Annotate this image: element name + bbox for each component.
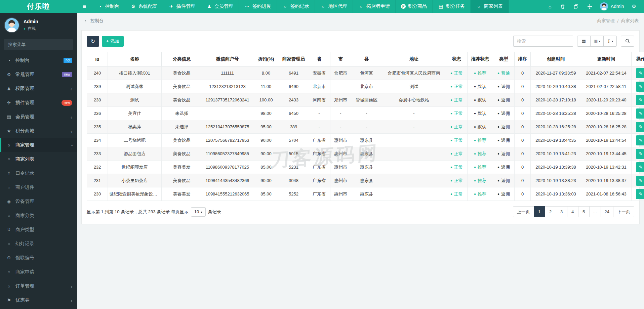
breadcrumb-crumb[interactable]: 商家列表 xyxy=(621,18,639,24)
edit-button[interactable]: ✎ xyxy=(636,189,644,199)
settings-gears-icon[interactable]: ⚙ xyxy=(628,0,641,13)
column-header[interactable]: 类型 xyxy=(493,52,515,67)
topnav-item[interactable]: ○拓店者申请 xyxy=(353,0,396,13)
topnav-item[interactable]: ○地区代理 xyxy=(315,0,353,13)
page-button[interactable]: 4 xyxy=(567,206,578,217)
sidebar-item[interactable]: ⚙常规管理new xyxy=(0,68,77,82)
sidebar-subitem[interactable]: ¥口令记录 xyxy=(0,166,77,180)
topbar-user[interactable]: Admin xyxy=(597,2,628,10)
column-header[interactable]: 地址 xyxy=(382,52,446,67)
column-header[interactable]: 名称 xyxy=(108,52,162,67)
edit-button[interactable]: ✎ xyxy=(636,162,644,172)
sidebar-subitem[interactable]: Θ银联编号 xyxy=(0,251,77,265)
edit-button[interactable]: ✎ xyxy=(636,149,644,159)
topnav-item[interactable]: ✈插件管理 xyxy=(163,0,201,13)
sidebar-subitem[interactable]: ○商家列表 xyxy=(0,152,77,166)
column-header[interactable]: 县 xyxy=(351,52,382,67)
lock-icon: Θ xyxy=(6,256,12,260)
sidebar-item[interactable]: ✈插件管理new xyxy=(0,96,77,110)
sidebar-item[interactable]: ○订单管理‹ xyxy=(0,279,77,293)
add-button[interactable]: +添加 xyxy=(102,36,124,47)
avatar[interactable] xyxy=(4,17,19,33)
table-row: 232世纪阁理发店美容美发11098600937817702585.005231… xyxy=(87,161,644,174)
edit-button[interactable]: ✎ xyxy=(636,108,644,119)
column-header[interactable]: 推荐状态 xyxy=(468,52,493,67)
fullscreen-icon[interactable] xyxy=(583,0,597,13)
cell-updated-at: 2020-11-20 20:23:40 xyxy=(581,93,632,107)
star-icon: ★ xyxy=(6,128,12,134)
topnav-item[interactable]: ◔控制台 xyxy=(92,0,125,13)
topnav-item[interactable]: •••签约进度 xyxy=(239,0,277,13)
cell-name: 美宜佳 xyxy=(108,107,162,120)
search-button[interactable] xyxy=(621,36,634,47)
edit-button[interactable]: ✎ xyxy=(636,176,644,186)
column-header[interactable]: 操作 xyxy=(632,52,644,67)
topnav-item[interactable]: ○签约记录 xyxy=(277,0,315,13)
docs-icon[interactable] xyxy=(569,0,583,13)
sidebar-subitem[interactable]: ◉设备管理 xyxy=(0,194,77,209)
topnav-item[interactable]: P积分商品 xyxy=(396,0,433,13)
sidebar-item[interactable]: ◔控制台hot xyxy=(0,53,77,68)
sidebar-subitem[interactable]: ○商户进件 xyxy=(0,180,77,194)
column-header[interactable]: Id xyxy=(87,52,108,67)
sidebar-subitem[interactable]: ○商家申请 xyxy=(0,265,77,279)
sidebar-item[interactable]: ⚑优惠券‹ xyxy=(0,293,77,307)
topnav-item[interactable]: ○商家列表 xyxy=(471,0,509,13)
column-header[interactable]: 分类信息 xyxy=(162,52,202,67)
cell-status: ●正常 xyxy=(446,147,468,161)
cell-city xyxy=(330,80,351,93)
edit-button[interactable]: ✎ xyxy=(636,135,644,145)
sidebar-item[interactable]: ★积分商城‹ xyxy=(0,124,77,138)
hamburger-menu-icon[interactable]: ≡ xyxy=(77,0,92,13)
sidebar-item[interactable]: ▤会员管理‹ xyxy=(0,110,77,124)
cell-id: 240 xyxy=(87,67,108,80)
column-header[interactable]: 市 xyxy=(330,52,351,67)
cell-status: ●正常 xyxy=(446,134,468,147)
columns-button[interactable]: ▥▾ xyxy=(590,36,604,47)
home-icon[interactable]: ⌂ xyxy=(544,0,556,13)
table-header-row: Id名称分类信息微信商户号折扣(%)商家管理员省市县地址状态推荐状态类型排序创建… xyxy=(87,52,644,67)
cell-created-at: 2020-10-19 13:39:38 xyxy=(531,161,581,174)
sidebar-subitem[interactable]: Ʋ商户类型 xyxy=(0,223,77,237)
page-button[interactable]: 1 xyxy=(534,206,545,217)
cell-sort: 0 xyxy=(515,174,531,187)
refresh-button[interactable]: ↻ xyxy=(87,36,99,47)
page-button[interactable]: 5 xyxy=(578,206,590,217)
column-header[interactable]: 创建时间 xyxy=(531,52,581,67)
column-header[interactable]: 微信商户号 xyxy=(202,52,253,67)
edit-button[interactable]: ✎ xyxy=(636,82,644,92)
sidebar-item[interactable]: ♟权限管理‹ xyxy=(0,82,77,96)
topnav-item[interactable]: ▤积分任务 xyxy=(433,0,471,13)
pencil-icon: ✎ xyxy=(639,178,643,183)
page-ellipsis[interactable]: ... xyxy=(589,206,601,217)
trash-icon[interactable] xyxy=(556,0,569,13)
column-header[interactable]: 排序 xyxy=(515,52,531,67)
edit-button[interactable]: ✎ xyxy=(636,122,644,132)
column-header[interactable]: 省 xyxy=(308,52,330,67)
edit-button[interactable]: ✎ xyxy=(636,68,644,78)
cell-category: 美容美发 xyxy=(162,161,202,174)
table-search-input[interactable] xyxy=(513,36,573,47)
prev-page-button[interactable]: 上一页 xyxy=(513,206,534,217)
next-page-button[interactable]: 下一页 xyxy=(613,206,634,217)
column-header[interactable]: 商家管理员 xyxy=(279,52,308,67)
topnav-item[interactable]: ♟会员管理 xyxy=(201,0,239,13)
cell-county: - xyxy=(351,107,382,120)
page-button[interactable]: 3 xyxy=(556,206,567,217)
cell-actions: ✎ xyxy=(632,107,644,120)
toggle-view-button[interactable]: ▦ xyxy=(577,36,591,47)
sidebar-item[interactable]: ○商家管理‹ xyxy=(0,138,77,152)
topnav-item[interactable]: ⚙系统配置 xyxy=(125,0,163,13)
menu-search-input[interactable] xyxy=(4,39,73,50)
sidebar-subitem[interactable]: ○幻灯记录 xyxy=(0,237,77,251)
sidebar-subitem[interactable]: ○商家分类 xyxy=(0,209,77,223)
page-size-select[interactable]: 10 ▴ xyxy=(191,207,206,217)
page-button[interactable]: 2 xyxy=(545,206,556,217)
column-header[interactable]: 折扣(%) xyxy=(253,52,279,67)
column-header[interactable]: 更新时间 xyxy=(581,52,632,67)
edit-button[interactable]: ✎ xyxy=(636,95,644,105)
page-button[interactable]: 24 xyxy=(601,206,613,217)
breadcrumb-crumb[interactable]: 商家管理 xyxy=(597,18,614,24)
export-button[interactable]: ↧▾ xyxy=(603,36,617,47)
column-header[interactable]: 状态 xyxy=(446,52,468,67)
